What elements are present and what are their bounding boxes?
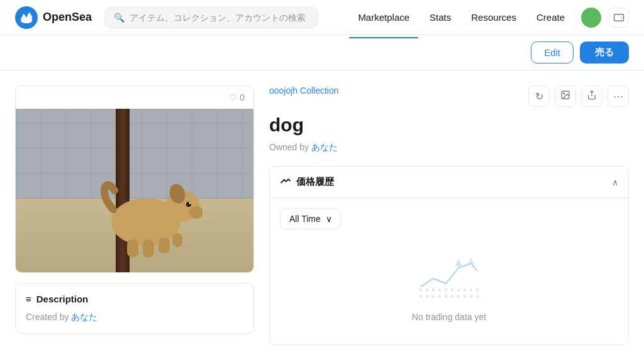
svg-point-29 [451,295,454,298]
svg-point-22 [470,289,473,292]
price-history-label: 価格履歴 [296,176,334,188]
action-bar: Edit 売る [0,35,644,70]
created-by-prefix: Created by [26,312,71,322]
menu-icon: ≡ [26,294,31,304]
svg-point-32 [470,295,473,298]
search-bar[interactable]: 🔍 [104,7,318,28]
nav-resources[interactable]: Resources [462,7,525,28]
owned-by-link[interactable]: あなた [311,142,338,152]
description-label: Description [36,294,89,304]
svg-marker-34 [455,258,462,266]
owned-by-prefix: Owned by [269,142,311,152]
share-button[interactable] [581,86,602,107]
search-icon: 🔍 [114,13,125,23]
chart-placeholder [414,252,484,304]
wallet-icon[interactable] [609,8,629,28]
no-trading-area: No trading data yet [280,240,618,335]
owned-by: Owned by あなた [269,142,629,153]
svg-point-33 [476,295,479,298]
logo-text: OpenSea [43,11,92,24]
svg-point-26 [432,295,435,298]
like-area[interactable]: ♡ 0 [229,92,245,102]
svg-point-30 [457,295,460,298]
svg-point-19 [451,289,454,292]
nav-marketplace[interactable]: Marketplace [349,7,418,28]
svg-point-14 [419,289,423,292]
logo-icon [15,6,38,29]
dog-silhouette [89,159,203,260]
main-content: ♡ 0 [0,70,644,354]
svg-point-15 [426,289,429,292]
edit-button[interactable]: Edit [531,41,574,64]
no-trading-label: No trading data yet [412,312,486,322]
logo[interactable]: OpenSea [15,6,92,29]
trending-icon [280,175,291,189]
svg-point-24 [419,295,423,298]
chevron-up-icon: ∧ [612,177,618,187]
price-history-body: All Time ∨ [270,197,628,345]
chevron-down-icon: ∨ [326,214,332,224]
svg-rect-0 [614,14,624,21]
svg-rect-7 [158,238,170,253]
header: OpenSea 🔍 Marketplace Stats Resources Cr… [0,0,644,35]
svg-rect-8 [172,233,182,247]
more-icon: ⋯ [613,91,623,102]
avatar[interactable] [581,8,601,28]
image-icon [560,90,570,102]
svg-rect-5 [127,240,138,257]
price-history-accordion: 価格履歴 ∧ All Time ∨ [269,166,629,345]
nft-card-header: ♡ 0 [16,86,253,109]
svg-point-12 [564,93,565,94]
svg-point-27 [438,295,441,298]
right-panel: ooojojh Collection ↻ [269,86,629,354]
description-header: ≡ Description [26,294,243,304]
svg-point-18 [445,289,448,292]
svg-point-20 [457,289,460,292]
nav-create[interactable]: Create [528,7,574,28]
like-count: 0 [240,92,245,102]
svg-point-10 [189,202,191,204]
more-button[interactable]: ⋯ [608,86,629,107]
svg-point-28 [445,295,448,298]
action-icons: ↻ [528,86,629,107]
share-icon [587,90,597,102]
price-history-header[interactable]: 価格履歴 ∧ [270,167,628,197]
left-panel: ♡ 0 [15,86,254,354]
svg-marker-35 [468,257,474,265]
created-by: Created by あなた [26,312,243,323]
time-filter-select[interactable]: All Time ∨ [280,208,341,230]
nft-card: ♡ 0 [15,86,254,273]
price-history-title: 価格履歴 [280,175,334,189]
svg-point-17 [438,289,441,292]
heart-icon: ♡ [229,92,237,102]
svg-point-21 [464,289,467,292]
collection-name[interactable]: ooojojh Collection [269,86,339,96]
time-filter-value: All Time [289,214,321,224]
main-nav: Marketplace Stats Resources Create [349,7,629,28]
svg-point-23 [476,289,479,292]
nft-image [16,109,253,272]
nav-stats[interactable]: Stats [421,7,460,28]
svg-point-16 [432,289,435,292]
svg-point-31 [464,295,467,298]
svg-rect-6 [143,240,154,257]
image-button[interactable] [555,86,576,107]
svg-point-25 [426,295,429,298]
nft-title: dog [269,114,629,136]
description-card: ≡ Description Created by あなた [15,283,254,334]
created-by-link[interactable]: あなた [71,312,97,322]
top-right-section: ooojojh Collection ↻ [269,86,629,107]
sell-button[interactable]: 売る [580,41,629,64]
refresh-icon: ↻ [535,91,543,102]
search-input[interactable] [130,13,309,23]
refresh-button[interactable]: ↻ [528,86,550,107]
